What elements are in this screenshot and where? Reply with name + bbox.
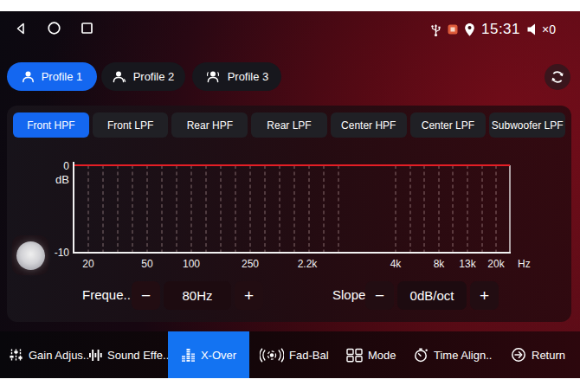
y-tick-0: 0: [63, 160, 69, 172]
nav-gain-adjust[interactable]: Gain Adjus..: [9, 331, 89, 378]
mode-grid-icon: [346, 348, 363, 363]
refresh-icon: [550, 69, 565, 85]
status-bar: 15:31 ×0: [0, 11, 580, 48]
x-tick-label: 4k: [390, 258, 403, 270]
user-icon: [113, 70, 126, 83]
profile-3-label: Profile 3: [228, 70, 269, 83]
nav-mode-label: Mode: [368, 349, 396, 362]
back-icon[interactable]: [14, 22, 28, 35]
notification-badge-icon: [448, 24, 458, 35]
nav-return-label: Return: [532, 349, 565, 362]
y-axis-unit: dB: [55, 173, 69, 186]
tab-center-lpf[interactable]: Center LPF: [410, 112, 487, 138]
nav-gain-adjust-label: Gain Adjus..: [29, 349, 89, 362]
x-tick-label: 250: [242, 258, 259, 270]
gain-knob[interactable]: [16, 241, 45, 270]
user-icon: [205, 70, 221, 83]
frequency-plus-button[interactable]: +: [235, 281, 263, 310]
x-tick-label: 13k: [459, 258, 476, 270]
profile-1-label: Profile 1: [42, 70, 83, 83]
x-tick-label: 100: [183, 258, 200, 270]
slope-minus-button[interactable]: −: [365, 281, 394, 310]
location-icon: [464, 22, 475, 37]
grid-lines: [88, 165, 496, 252]
return-arrow-icon: [511, 347, 526, 363]
reset-button[interactable]: [545, 64, 570, 90]
usb-icon: [430, 22, 441, 37]
equalizer-bars-icon: [88, 348, 102, 363]
mute-indicator: ×0: [526, 22, 556, 36]
y-tick-minus10: -10: [55, 247, 70, 259]
nav-fad-bal[interactable]: Fad-Bal: [260, 331, 329, 378]
profile-3-tab[interactable]: Profile 3: [192, 62, 281, 91]
volume-level: ×0: [542, 22, 556, 36]
x-tick-label: 50: [141, 258, 153, 270]
fader-balance-icon: [260, 348, 284, 363]
x-tick-label: 2.2k: [298, 258, 319, 270]
crossover-graph: 0 dB -10 20501002502.2k4k8k13k20k Hz: [0, 154, 580, 275]
nav-x-over-label: X-Over: [201, 349, 236, 362]
nav-time-align[interactable]: Time Align..: [414, 331, 492, 378]
nav-return[interactable]: Return: [511, 331, 565, 378]
nav-sound-effect[interactable]: Sound Effe..: [88, 331, 169, 378]
slope-value: 0dB/oct: [397, 281, 467, 310]
profile-1-tab[interactable]: Profile 1: [7, 62, 97, 91]
x-tick-labels: 20501002502.2k4k8k13k20k: [82, 258, 505, 270]
nav-time-align-label: Time Align..: [434, 349, 492, 362]
home-icon[interactable]: [47, 21, 61, 35]
nav-x-over[interactable]: X-Over: [168, 331, 249, 378]
tab-front-lpf[interactable]: Front LPF: [93, 112, 169, 138]
filter-tabs: Front HPF Front LPF Rear HPF Rear LPF Ce…: [13, 112, 565, 138]
nav-sound-effect-label: Sound Effe..: [107, 349, 169, 362]
tab-subwoofer-lpf[interactable]: Subwoofer LPF: [489, 112, 565, 138]
profile-2-label: Profile 2: [133, 70, 175, 83]
frequency-minus-button[interactable]: −: [132, 281, 160, 310]
slope-label: Slope: [332, 287, 365, 302]
x-tick-label: 8k: [434, 258, 446, 270]
bottom-nav: Gain Adjus.. Sound Effe.. X-Over: [0, 331, 580, 378]
x-axis-unit: Hz: [518, 258, 531, 270]
frequency-label: Freque..: [82, 287, 131, 302]
speaker-muted-icon: [526, 22, 540, 36]
nav-fad-bal-label: Fad-Bal: [289, 349, 329, 362]
recents-icon[interactable]: [81, 22, 93, 35]
gain-sliders-icon: [9, 348, 23, 363]
profile-2-tab[interactable]: Profile 2: [101, 62, 185, 91]
tab-front-hpf[interactable]: Front HPF: [13, 112, 89, 138]
clock: 15:31: [481, 21, 520, 38]
gain-knob-well: [12, 235, 48, 275]
x-tick-label: 20k: [487, 258, 505, 270]
crossover-bars-icon: [181, 348, 196, 362]
x-tick-label: 20: [82, 258, 94, 270]
tab-rear-lpf[interactable]: Rear LPF: [251, 112, 327, 138]
tab-center-hpf[interactable]: Center HPF: [331, 112, 407, 138]
stopwatch-icon: [414, 348, 429, 363]
nav-mode[interactable]: Mode: [346, 331, 396, 378]
head-unit-screen: 15:31 ×0 Profile 1 Profile 2 Profile 3 F…: [0, 11, 580, 378]
user-icon: [22, 70, 35, 83]
tab-rear-hpf[interactable]: Rear HPF: [171, 112, 248, 138]
frequency-value: 80Hz: [164, 281, 231, 310]
slope-plus-button[interactable]: +: [470, 281, 499, 310]
